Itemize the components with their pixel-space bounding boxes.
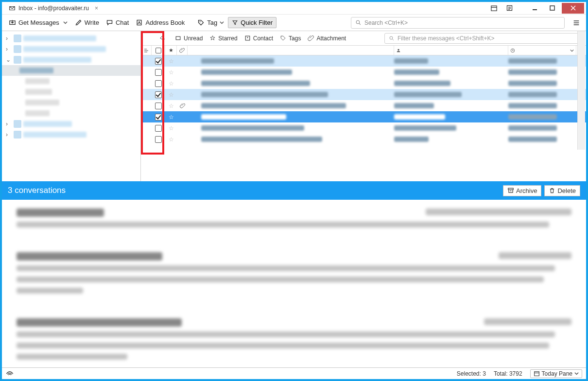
row-checkbox[interactable] <box>155 114 162 121</box>
minimize-button[interactable] <box>527 3 542 14</box>
filter-unread[interactable]: Unread <box>175 35 203 42</box>
row-checkbox[interactable] <box>155 91 162 98</box>
archive-button[interactable]: Archive <box>503 185 541 196</box>
tree-item[interactable]: › <box>2 129 140 140</box>
status-selected: Selected: 3 <box>457 370 486 377</box>
trash-icon <box>549 187 555 194</box>
get-messages-label: Get Messages <box>18 19 59 26</box>
message-row[interactable]: ☆ <box>141 111 586 122</box>
row-date <box>508 122 576 134</box>
clock-icon <box>510 48 515 53</box>
tree-item-selected[interactable] <box>2 65 140 76</box>
row-star[interactable]: ☆ <box>165 122 177 134</box>
filter-tags[interactable]: Tags <box>280 35 301 42</box>
svg-point-6 <box>356 20 360 24</box>
message-row[interactable]: ☆ <box>141 122 586 134</box>
col-subject[interactable] <box>188 46 394 55</box>
row-star[interactable]: ☆ <box>165 55 177 67</box>
tasks-icon[interactable] <box>502 3 516 14</box>
row-star[interactable]: ☆ <box>165 67 177 78</box>
tree-item[interactable] <box>2 87 140 97</box>
row-checkbox[interactable] <box>155 136 162 143</box>
chat-label: Chat <box>116 19 129 26</box>
hamburger-icon <box>572 19 580 27</box>
today-pane-toggle[interactable]: Today Pane <box>530 369 582 378</box>
row-star[interactable]: ☆ <box>165 100 177 111</box>
tree-item[interactable]: ⌄ <box>2 54 140 65</box>
get-messages-button[interactable]: Get Messages <box>6 17 62 28</box>
app-menu-button[interactable] <box>571 17 582 29</box>
filter-starred[interactable]: Starred <box>209 35 237 42</box>
message-row[interactable]: ☆ <box>141 78 586 89</box>
row-from <box>394 111 508 122</box>
tree-item[interactable] <box>2 76 140 87</box>
filter-attachment[interactable]: Attachment <box>308 35 346 42</box>
message-row[interactable]: ☆ <box>141 89 586 100</box>
write-button[interactable]: Write <box>72 17 102 28</box>
message-row[interactable]: ☆ <box>141 67 586 78</box>
row-checkbox[interactable] <box>155 69 162 76</box>
tree-item[interactable]: › <box>2 44 140 54</box>
maximize-button[interactable] <box>544 3 560 14</box>
row-star[interactable]: ☆ <box>165 78 177 89</box>
online-status-icon[interactable] <box>6 371 14 377</box>
tag-button[interactable]: Tag <box>194 17 227 28</box>
preview-message[interactable] <box>17 318 571 365</box>
chevron-down-icon <box>220 20 224 25</box>
window-tab[interactable]: Inbox - info@prodavaiter.ru × <box>6 4 101 13</box>
write-label: Write <box>85 19 99 26</box>
message-row[interactable]: ☆ <box>141 100 586 111</box>
row-star[interactable]: ☆ <box>165 134 177 145</box>
row-attachment-icon <box>177 122 188 134</box>
col-attachment[interactable] <box>177 46 188 55</box>
global-search-input[interactable]: Search <Ctrl+K> <box>351 17 565 29</box>
row-date <box>508 134 576 145</box>
col-from[interactable] <box>394 46 508 55</box>
pin-icon <box>159 35 166 42</box>
row-from <box>394 78 508 89</box>
tree-item[interactable] <box>2 97 140 108</box>
quick-filter-button[interactable]: Quick Filter <box>228 17 277 28</box>
message-row[interactable]: ☆ <box>141 55 586 67</box>
preview-message[interactable] <box>17 252 571 299</box>
tree-item[interactable] <box>2 108 140 119</box>
delete-button[interactable]: Delete <box>544 185 580 196</box>
row-star[interactable]: ☆ <box>165 111 177 122</box>
row-subject <box>188 134 394 145</box>
tree-item[interactable]: › <box>2 33 140 44</box>
row-checkbox[interactable] <box>155 103 162 109</box>
row-subject <box>188 67 394 78</box>
get-messages-dropdown[interactable] <box>63 20 71 25</box>
row-checkbox[interactable] <box>155 80 162 87</box>
filter-contact[interactable]: Contact <box>244 35 273 42</box>
search-icon <box>389 35 395 41</box>
row-subject <box>188 111 394 122</box>
svg-rect-15 <box>534 372 539 376</box>
col-star[interactable]: ★ <box>165 46 177 55</box>
row-attachment-icon <box>177 67 188 78</box>
funnel-icon <box>232 19 238 26</box>
svg-rect-0 <box>491 6 496 11</box>
pin-button[interactable] <box>157 35 168 42</box>
message-row[interactable]: ☆ <box>141 134 586 145</box>
download-icon <box>9 19 16 26</box>
col-thread[interactable] <box>141 46 152 55</box>
calendar-icon[interactable] <box>487 3 501 14</box>
row-subject <box>188 100 394 111</box>
col-select[interactable] <box>152 46 165 55</box>
address-book-button[interactable]: Address Book <box>133 17 188 28</box>
close-button[interactable] <box>562 3 584 14</box>
tag-label: Tag <box>207 19 217 26</box>
chat-button[interactable]: Chat <box>103 17 132 28</box>
tree-item[interactable]: › <box>2 119 140 129</box>
scrollbar[interactable] <box>577 31 585 150</box>
row-checkbox[interactable] <box>155 125 162 132</box>
preview-message[interactable] <box>17 208 571 233</box>
filter-search-input[interactable]: Filter these messages <Ctrl+Shift+K> <box>384 33 581 44</box>
selection-bar: 3 conversations Archive Delete <box>2 181 586 200</box>
tab-close-icon[interactable]: × <box>95 5 98 12</box>
row-checkbox[interactable] <box>155 58 162 65</box>
col-date[interactable] <box>508 46 576 55</box>
thread-icon <box>143 48 149 53</box>
row-star[interactable]: ☆ <box>165 89 177 100</box>
